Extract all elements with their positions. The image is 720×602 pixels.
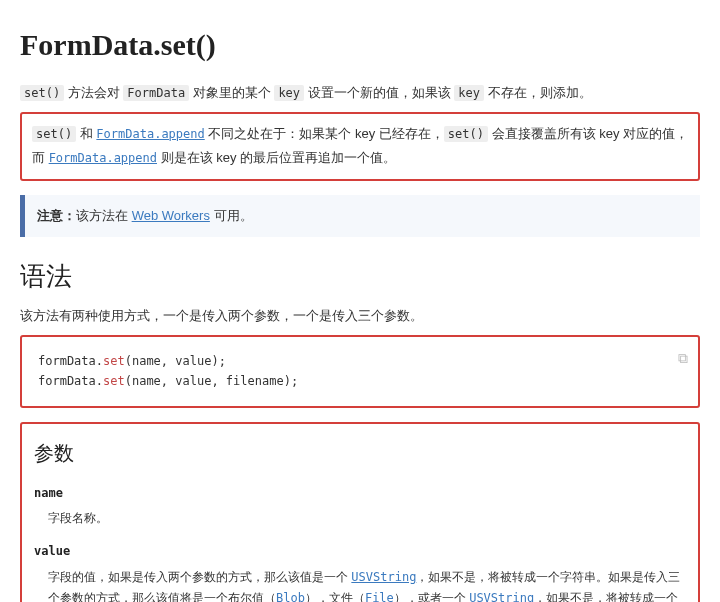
param-name-term: name: [34, 482, 686, 505]
note-label: 注意：: [37, 208, 76, 223]
note-web-workers: 注意：该方法在 Web Workers 可用。: [20, 195, 700, 237]
syntax-code-box: ⧉ formData.set(name, value); formData.se…: [20, 335, 700, 408]
link-formdata-append[interactable]: FormData.append: [49, 151, 157, 165]
copy-icon[interactable]: ⧉: [678, 345, 688, 372]
code-set: set(): [20, 85, 64, 101]
difference-highlight-box: set() 和 FormData.append 不同之处在于：如果某个 key …: [20, 112, 700, 181]
syntax-heading: 语法: [20, 257, 700, 296]
param-name-desc: 字段名称。: [48, 508, 686, 530]
parameters-list: name 字段名称。 value 字段的值，如果是传入两个参数的方式，那么该值是…: [34, 482, 686, 602]
code-key: key: [454, 85, 484, 101]
parameters-box: 参数 name 字段名称。 value 字段的值，如果是传入两个参数的方式，那么…: [20, 422, 700, 602]
link-file[interactable]: File: [365, 591, 394, 602]
code-set: set(): [32, 126, 76, 142]
code-key: key: [274, 85, 304, 101]
syntax-code: formData.set(name, value); formData.set(…: [38, 351, 682, 392]
param-value-term: value: [34, 540, 686, 563]
link-usvstring[interactable]: USVString: [469, 591, 534, 602]
link-usvstring[interactable]: USVString: [351, 570, 416, 584]
parameters-heading: 参数: [34, 434, 686, 472]
param-value-desc: 字段的值，如果是传入两个参数的方式，那么该值是一个 USVString，如果不是…: [48, 567, 686, 602]
intro-paragraph: set() 方法会对 FormData 对象里的某个 key 设置一个新的值，如…: [20, 81, 700, 106]
link-formdata-append[interactable]: FormData.append: [96, 127, 204, 141]
link-web-workers[interactable]: Web Workers: [132, 208, 210, 223]
code-set: set(): [444, 126, 488, 142]
link-blob[interactable]: Blob: [276, 591, 305, 602]
code-formdata: FormData: [123, 85, 189, 101]
page-title: FormData.set(): [20, 22, 700, 67]
syntax-description: 该方法有两种使用方式，一个是传入两个参数，一个是传入三个参数。: [20, 304, 700, 329]
